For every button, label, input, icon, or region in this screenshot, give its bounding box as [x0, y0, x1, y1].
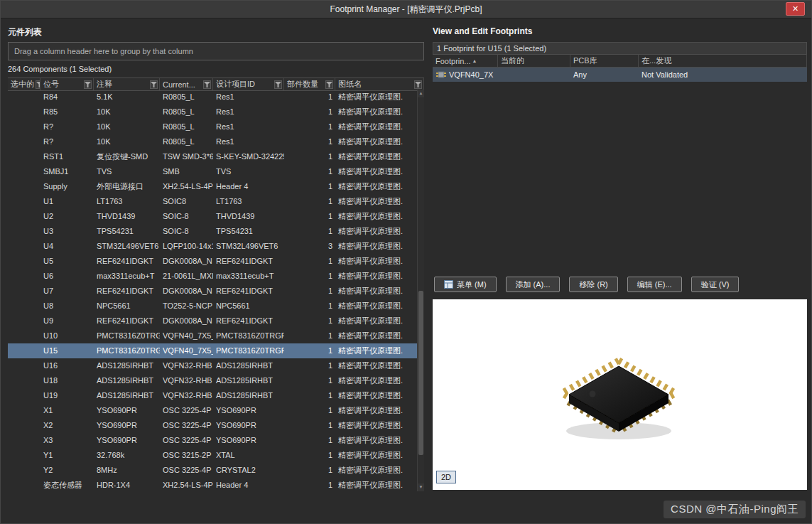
cell-selected[interactable] [8, 134, 40, 149]
cell-selected[interactable] [8, 314, 40, 328]
cell-part-count: 1 [284, 314, 335, 328]
view-mode-2d-button[interactable]: 2D [436, 471, 456, 483]
cell-part-count: 3 [284, 239, 335, 254]
table-row[interactable]: U3 TPS54231 SOIC-8 TPS54231 1 精密调平仪原理图. [8, 224, 417, 239]
cell-selected[interactable] [8, 90, 40, 105]
cell-selected[interactable] [8, 105, 40, 119]
cell-comment: YSO690PR [94, 403, 160, 418]
column-header-selected[interactable]: 选中的 [8, 78, 40, 90]
cell-current-footprint: VQFN32-RHB [160, 358, 213, 373]
filter-icon[interactable] [150, 80, 158, 89]
column-header-design-item-id[interactable]: 设计项目ID [213, 78, 284, 90]
cell-selected[interactable] [8, 478, 40, 491]
table-row[interactable]: 姿态传感器 HDR-1X4 XH2.54-LS-4P Header 4 1 精密… [8, 478, 417, 491]
cell-comment: NPC5661 [94, 299, 160, 314]
cell-comment: 复位按键-SMD [94, 149, 160, 164]
cell-selected[interactable] [8, 164, 40, 179]
filter-icon[interactable] [414, 80, 422, 89]
column-header-pcb-library[interactable]: PCB库 [570, 55, 639, 67]
cell-selected[interactable] [8, 179, 40, 194]
table-row[interactable]: X1 YSO690PR OSC 3225-4P YSO690PR 1 精密调平仪… [8, 403, 417, 418]
table-row[interactable]: U10 PMCT8316Z0TRGFR VQFN40_7X5_ PMCT8316… [8, 328, 417, 343]
cell-selected[interactable] [8, 119, 40, 134]
cell-part-count: 1 [284, 105, 335, 119]
cell-selected[interactable] [8, 448, 40, 463]
column-header-part-count[interactable]: 部件数量 [284, 78, 335, 90]
table-row[interactable]: X2 YSO690PR OSC 3225-4P YSO690PR 1 精密调平仪… [8, 418, 417, 433]
table-row[interactable]: Y2 8MHz OSC 3225-4P CRYSTAL2 1 精密调平仪原理图. [8, 463, 417, 478]
cell-sheet-name: 精密调平仪原理图. [335, 90, 417, 105]
cell-selected[interactable] [8, 418, 40, 433]
validate-button[interactable]: 验证 (V) [691, 277, 740, 292]
cell-selected[interactable] [8, 284, 40, 299]
table-row[interactable]: U1 LT1763 SOIC8 LT1763 1 精密调平仪原理图. [8, 194, 417, 209]
cell-part-count: 1 [284, 164, 335, 179]
column-header-comment[interactable]: 注释 [94, 78, 160, 90]
table-row[interactable]: U9 REF6241IDGKT DGK0008A_N REF6241IDGKT … [8, 314, 417, 328]
filter-icon[interactable] [274, 80, 282, 89]
table-row[interactable]: Y1 32.768k OSC 3215-2P XTAL 1 精密调平仪原理图. [8, 448, 417, 463]
cell-selected[interactable] [8, 239, 40, 254]
table-row[interactable]: Supply 外部电源接口 XH2.54-LS-4P Header 4 1 精密… [8, 179, 417, 194]
menu-icon [444, 280, 453, 289]
scroll-up-icon[interactable]: ▲ [418, 90, 424, 97]
cell-selected[interactable] [8, 433, 40, 448]
scrollbar-thumb[interactable] [418, 291, 423, 456]
add-button[interactable]: 添加 (A)... [506, 277, 561, 292]
cell-selected[interactable] [8, 373, 40, 388]
column-header-found-in[interactable]: 在...发现 [639, 55, 807, 67]
cell-selected[interactable] [8, 149, 40, 164]
edit-button[interactable]: 编辑 (E)... [627, 277, 682, 292]
cell-selected[interactable] [8, 299, 40, 314]
cell-selected[interactable] [8, 463, 40, 478]
filter-icon[interactable] [203, 80, 211, 89]
filter-icon[interactable] [84, 80, 92, 89]
filter-icon[interactable] [36, 80, 40, 89]
footprint-3d-preview[interactable]: 2D [433, 299, 807, 490]
table-row[interactable]: U16 ADS1285IRHBT VQFN32-RHB ADS1285IRHBT… [8, 358, 417, 373]
column-header-sheet-name[interactable]: 图纸名 [335, 78, 424, 90]
filter-icon[interactable] [325, 80, 333, 89]
cell-selected[interactable] [8, 358, 40, 373]
group-by-bar[interactable]: Drag a column header here to group by th… [8, 42, 424, 60]
remove-button[interactable]: 移除 (R) [569, 277, 617, 292]
table-row[interactable]: U18 ADS1285IRHBT VQFN32-RHB ADS1285IRHBT… [8, 373, 417, 388]
table-row[interactable]: R85 10K R0805_L Res1 1 精密调平仪原理图. [8, 105, 417, 119]
table-row[interactable]: U5 REF6241IDGKT DGK0008A_N REF6241IDGKT … [8, 254, 417, 269]
table-row[interactable]: R? 10K R0805_L Res1 1 精密调平仪原理图. [8, 119, 417, 134]
column-header-designator[interactable]: 位号 [40, 78, 94, 90]
table-row[interactable]: R? 10K R0805_L Res1 1 精密调平仪原理图. [8, 134, 417, 149]
table-row[interactable]: SMBJ1 TVS SMB TVS 1 精密调平仪原理图. [8, 164, 417, 179]
cell-part-count: 1 [284, 119, 335, 134]
cell-selected[interactable] [8, 343, 40, 358]
table-row[interactable]: U7 REF6241IDGKT DGK0008A_N REF6241IDGKT … [8, 284, 417, 299]
table-row[interactable]: U4 STM32L496VET6 LQFP100-14x1 STM32L496V… [8, 239, 417, 254]
cell-selected[interactable] [8, 403, 40, 418]
column-header-footprint[interactable]: Footprin... ▲ [433, 55, 498, 67]
cell-selected[interactable] [8, 224, 40, 239]
table-row[interactable]: R84 5.1K R0805_L Res1 1 精密调平仪原理图. [8, 90, 417, 105]
column-header-current[interactable]: Current... [160, 78, 213, 90]
menu-button[interactable]: 菜单 (M) [434, 277, 497, 292]
vertical-scrollbar[interactable]: ▲ ▼ [417, 90, 424, 491]
cell-selected[interactable] [8, 254, 40, 269]
table-row[interactable]: U8 NPC5661 TO252-5-NCP NPC5661 1 精密调平仪原理… [8, 299, 417, 314]
close-button[interactable]: ✕ [786, 2, 805, 16]
table-row[interactable]: U19 ADS1285IRHBT VQFN32-RHB ADS1285IRHBT… [8, 388, 417, 403]
footprint-row[interactable]: VQFN40_7X Any Not Validated [433, 68, 807, 82]
titlebar[interactable]: Footprint Manager - [精密调平仪.PrjPcb] ✕ [1, 1, 811, 18]
table-row[interactable]: RST1 复位按键-SMD TSW SMD-3*6 S-KEY-SMD-3242… [8, 149, 417, 164]
table-row[interactable]: U6 max3311ecub+T 21-0061L_MXI max3311ecu… [8, 269, 417, 284]
table-row[interactable]: X3 YSO690PR OSC 3225-4P YSO690PR 1 精密调平仪… [8, 433, 417, 448]
scroll-down-icon[interactable]: ▼ [418, 483, 424, 491]
cell-selected[interactable] [8, 328, 40, 343]
cell-selected[interactable] [8, 209, 40, 224]
cell-selected[interactable] [8, 388, 40, 403]
cell-selected[interactable] [8, 194, 40, 209]
cell-selected[interactable] [8, 269, 40, 284]
cell-part-count: 1 [284, 433, 335, 448]
table-row[interactable]: U15 PMCT8316Z0TRGFR VQFN40_7X5_ PMCT8316… [8, 343, 417, 358]
column-header-current[interactable]: 当前的 [498, 55, 570, 67]
table-row[interactable]: U2 THVD1439 SOIC-8 THVD1439 1 精密调平仪原理图. [8, 209, 417, 224]
cell-sheet-name: 精密调平仪原理图. [335, 314, 417, 328]
